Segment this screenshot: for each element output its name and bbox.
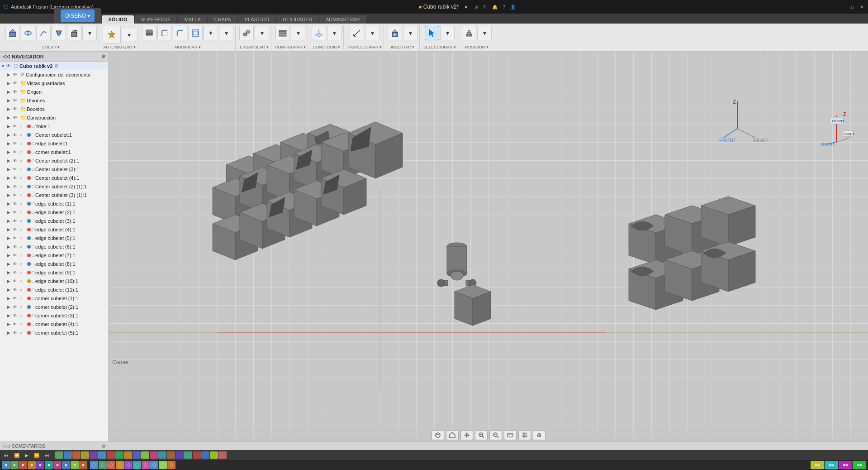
- create-extrude-btn[interactable]: [5, 26, 20, 40]
- navigator-settings-icon[interactable]: ⚙: [101, 54, 105, 59]
- create-sweep-btn[interactable]: [36, 26, 51, 40]
- inspect-more-btn[interactable]: ▾: [365, 26, 379, 40]
- strip-btn-11[interactable]: ⬡: [90, 461, 98, 469]
- help-icon[interactable]: ?: [503, 5, 505, 10]
- timeline-item[interactable]: [107, 451, 115, 459]
- select-btn[interactable]: [425, 26, 439, 40]
- navigator-back-icon[interactable]: ◁◁: [3, 54, 10, 59]
- viewport-orbit-btn[interactable]: [432, 430, 444, 440]
- strip-btn-r3[interactable]: ■■: [839, 461, 852, 469]
- config-more-btn[interactable]: ▾: [291, 26, 305, 40]
- tree-item-edge11[interactable]: ▶ 👁 ○ □ edge cubelet (1):1: [0, 199, 108, 208]
- timeline-last-btn[interactable]: ⏭: [43, 452, 51, 458]
- strip-btn-1[interactable]: ■: [2, 461, 10, 469]
- tree-item-cornera3[interactable]: ▶ 👁 ○ □ corner cubelet (3):1: [0, 311, 108, 320]
- comments-settings-icon[interactable]: ⚙: [102, 444, 106, 449]
- timeline-item[interactable]: [184, 451, 192, 459]
- create-revolve-btn[interactable]: [21, 26, 35, 40]
- tab-administrar[interactable]: ADMINISTRAR: [319, 15, 366, 24]
- timeline-item[interactable]: [72, 451, 81, 459]
- strip-btn-19[interactable]: ⬡: [159, 461, 167, 469]
- position-btn[interactable]: [462, 26, 476, 40]
- tree-item-1[interactable]: ▶ 👁 ⚙ Configuración del documento: [0, 70, 108, 79]
- timeline-item[interactable]: [115, 451, 123, 459]
- construct-more-btn[interactable]: ▾: [327, 26, 342, 40]
- nav-back-btn[interactable]: ◁◁: [3, 444, 10, 449]
- close-doc-icon[interactable]: ✕: [464, 5, 468, 10]
- tree-item-2[interactable]: ▶ 👁 📁 Vistas guardadas: [0, 79, 108, 87]
- tab-design-dropdown[interactable]: DISEÑO ▾: [54, 8, 101, 24]
- inspect-measure-btn[interactable]: [350, 26, 364, 40]
- tree-item-center3[interactable]: ▶ 👁 ○ □ Center cubelet (3):1: [0, 165, 108, 173]
- tree-item-center2[interactable]: ▶ 👁 ○ □ Center cubelet (2):1: [0, 156, 108, 165]
- new-tab-icon[interactable]: ⊕: [474, 5, 478, 10]
- modify-move-btn[interactable]: ✦: [204, 26, 218, 40]
- strip-btn-2[interactable]: ■: [10, 461, 19, 469]
- tree-item-yoke[interactable]: ▶ 👁 ○ □ Yoke:1: [0, 122, 108, 130]
- tab-plastico[interactable]: PLÁSTICO: [238, 15, 275, 24]
- select-more-btn[interactable]: ▾: [440, 26, 455, 40]
- timeline-first-btn[interactable]: ⏮: [3, 452, 10, 458]
- tree-item-6[interactable]: ▶ 👁 📁 Construcción: [0, 113, 108, 122]
- viewport-grid-btn[interactable]: [518, 430, 531, 440]
- tab-malla[interactable]: MALLA: [178, 15, 207, 24]
- strip-btn-r2[interactable]: ■■: [825, 461, 838, 469]
- insert-btn[interactable]: [388, 26, 402, 40]
- strip-btn-9[interactable]: ■: [71, 461, 79, 469]
- strip-btn-7[interactable]: ■: [53, 461, 62, 469]
- tree-item-edge41[interactable]: ▶ 👁 ○ □ edge cubelet (4):1: [0, 225, 108, 234]
- insert-more-btn[interactable]: ▾: [403, 26, 417, 40]
- tree-item-cornera2[interactable]: ▶ 👁 ○ □ corner cubelet (2):1: [0, 302, 108, 311]
- tree-item-center1[interactable]: ▶ 👁 ○ □ Center cubelet:1: [0, 130, 108, 139]
- timeline-item[interactable]: [81, 451, 89, 459]
- maximize-button[interactable]: □: [850, 4, 855, 10]
- tree-item-3[interactable]: ▶ 👁 📁 Origen: [0, 87, 108, 96]
- user-icon[interactable]: 👤: [510, 5, 516, 10]
- tree-item-edge31[interactable]: ▶ 👁 ○ □ edge cubelet (3):1: [0, 216, 108, 225]
- modify-more-btn[interactable]: ▾: [219, 26, 233, 40]
- position-more-btn[interactable]: ▾: [477, 26, 492, 40]
- refresh-icon[interactable]: ↻: [483, 5, 487, 10]
- strip-btn-13[interactable]: ⬡: [107, 461, 115, 469]
- strip-btn-14[interactable]: ⬡: [116, 461, 124, 469]
- timeline-item[interactable]: [133, 451, 141, 459]
- root-eye-icon[interactable]: 👁: [6, 63, 13, 68]
- timeline-item[interactable]: [55, 451, 63, 459]
- timeline-item[interactable]: [167, 451, 175, 459]
- strip-btn-16[interactable]: ⬡: [133, 461, 141, 469]
- tab-superficie[interactable]: SUPERFICIE: [135, 15, 177, 24]
- modify-press-btn[interactable]: [142, 26, 157, 40]
- timeline-item[interactable]: [90, 451, 98, 459]
- modify-shell-btn[interactable]: [188, 26, 203, 40]
- tree-item-edge61[interactable]: ▶ 👁 ○ □ edge cubelet (6):1: [0, 242, 108, 251]
- assemble-joint-btn[interactable]: [239, 26, 254, 40]
- viewport-pan-btn[interactable]: [460, 430, 473, 440]
- tab-solido[interactable]: SÓLIDO: [102, 15, 133, 24]
- tab-utilidades[interactable]: UTILIDADES: [276, 15, 318, 24]
- design-dropdown-button[interactable]: DISEÑO ▾: [61, 10, 95, 22]
- timeline-item[interactable]: [193, 451, 201, 459]
- timeline-item[interactable]: [150, 451, 158, 459]
- tree-item-cornera1[interactable]: ▶ 👁 ○ □ corner cubelet (1):1: [0, 294, 108, 302]
- viewport-display-btn[interactable]: [504, 430, 517, 440]
- viewport[interactable]: Z FRONT RIGHT Corner Z FR: [109, 52, 868, 441]
- strip-btn-18[interactable]: ⬡: [150, 461, 158, 469]
- construct-plane-btn[interactable]: [312, 26, 326, 40]
- strip-btn-17[interactable]: ⬡: [142, 461, 150, 469]
- assemble-more-btn[interactable]: ▾: [255, 26, 269, 40]
- modify-chamfer-btn[interactable]: [173, 26, 187, 40]
- timeline-item[interactable]: [218, 451, 227, 459]
- tree-item-center21[interactable]: ▶ 👁 ○ □ Center cubelet (2) (1):1: [0, 182, 108, 191]
- create-box-btn[interactable]: [67, 26, 81, 40]
- tree-item-center31[interactable]: ▶ 👁 ○ □ Center cubelet (3) (1):1: [0, 191, 108, 199]
- tree-item-cornera4[interactable]: ▶ 👁 ○ □ corner cubelet (4):1: [0, 320, 108, 328]
- strip-btn-5[interactable]: ■: [36, 461, 44, 469]
- create-loft-btn[interactable]: [52, 26, 66, 40]
- strip-btn-4[interactable]: ■: [28, 461, 36, 469]
- timeline-item[interactable]: [175, 451, 184, 459]
- config-params-btn[interactable]: [275, 26, 290, 40]
- timeline-item[interactable]: [210, 451, 218, 459]
- viewport-zoom-in-btn[interactable]: [475, 430, 488, 440]
- tree-item-edge21[interactable]: ▶ 👁 ○ □ edge cubelet (2):1: [0, 208, 108, 216]
- tree-item-4[interactable]: ▶ 👁 📁 Uniones: [0, 96, 108, 105]
